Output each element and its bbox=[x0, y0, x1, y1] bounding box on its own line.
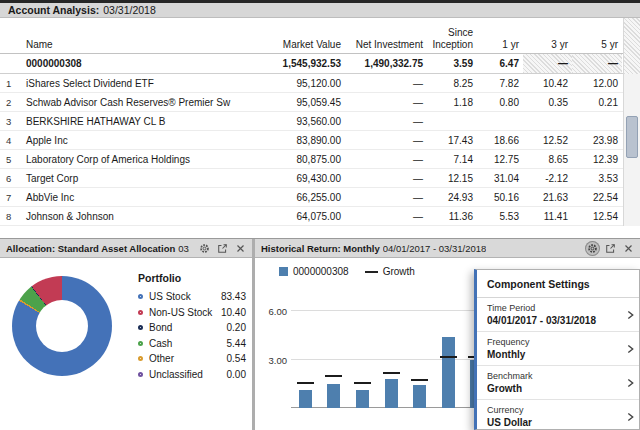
allocation-popout-icon[interactable] bbox=[215, 241, 230, 256]
return-3yr: 0.35 bbox=[523, 97, 572, 108]
legend-items: US Stock 83.43 Non-US Stock 10.40 Bond 0… bbox=[138, 289, 246, 382]
return-bar[interactable] bbox=[356, 390, 369, 408]
settings-item[interactable]: Currency US Dollar bbox=[477, 400, 639, 430]
col-header-since-inception[interactable]: Since Inception bbox=[427, 27, 477, 50]
table-row[interactable]: 6 Target Corp 69,430.00 — 12.15 31.04 -2… bbox=[0, 169, 640, 188]
row-number: 3 bbox=[0, 116, 22, 127]
row-number: 4 bbox=[0, 135, 22, 146]
legend-item-growth: Growth bbox=[365, 266, 415, 277]
row-number: 7 bbox=[0, 192, 22, 203]
legend-ring-swatch bbox=[138, 341, 143, 346]
market-value: 95,059.45 bbox=[250, 97, 345, 108]
return-bar[interactable] bbox=[385, 379, 398, 408]
return-5yr: 23.98 bbox=[572, 135, 622, 146]
holding-name: Apple Inc bbox=[22, 135, 250, 146]
popup-title: Component Settings bbox=[477, 270, 639, 298]
total-market-value: 1,545,932.53 bbox=[250, 58, 345, 69]
total-account-id: 0000000308 bbox=[22, 58, 250, 69]
page-title-date: 03/31/2018 bbox=[103, 4, 156, 16]
allocation-close-icon[interactable] bbox=[233, 241, 248, 256]
settings-item-value: Monthly bbox=[487, 349, 621, 360]
legend-title: Portfolio bbox=[138, 272, 246, 284]
legend-ring-swatch bbox=[138, 356, 143, 361]
legend-label: Unclassified bbox=[149, 369, 221, 380]
since-inception-return: 24.93 bbox=[427, 192, 477, 203]
settings-item-label: Frequency bbox=[487, 337, 621, 347]
settings-item-value: Growth bbox=[487, 383, 621, 394]
return-3yr: 8.65 bbox=[523, 154, 572, 165]
row-number: 2 bbox=[0, 97, 22, 108]
table-row[interactable]: 4 Apple Inc 83,890.00 — 17.43 18.66 12.5… bbox=[0, 131, 640, 150]
market-value: 80,875.00 bbox=[250, 154, 345, 165]
scrollbar-thumb[interactable] bbox=[626, 116, 638, 158]
chevron-right-icon bbox=[627, 408, 634, 426]
col-header-name[interactable]: Name bbox=[22, 39, 250, 50]
total-net-investment: 1,490,332.75 bbox=[345, 58, 427, 69]
return-bar[interactable] bbox=[442, 337, 455, 408]
settings-item-label: Currency bbox=[487, 405, 621, 415]
col-header-5yr[interactable]: 5 yr bbox=[572, 39, 622, 50]
historical-close-icon[interactable] bbox=[621, 241, 636, 256]
historical-settings-gear-icon[interactable] bbox=[585, 241, 600, 256]
since-inception-return: 8.25 bbox=[427, 78, 477, 89]
net-investment: — bbox=[345, 192, 427, 203]
total-row[interactable]: 0000000308 1,545,932.53 1,490,332.75 3.5… bbox=[0, 54, 640, 74]
settings-item-value: 04/01/2017 - 03/31/2018 bbox=[487, 315, 621, 326]
since-inception-return: 1.18 bbox=[427, 97, 477, 108]
net-investment: — bbox=[345, 154, 427, 165]
return-1yr: 5.53 bbox=[477, 211, 523, 222]
return-bar[interactable] bbox=[299, 390, 312, 408]
return-1yr: 50.16 bbox=[477, 192, 523, 203]
allocation-donut-chart[interactable] bbox=[12, 276, 112, 376]
since-inception-return: 17.43 bbox=[427, 135, 477, 146]
scrollbar-track[interactable] bbox=[624, 74, 640, 226]
return-3yr: 12.52 bbox=[523, 135, 572, 146]
col-header-market-value[interactable]: Market Value bbox=[250, 39, 345, 50]
table-body: 1 iShares Select Dividend ETF 95,120.00 … bbox=[0, 74, 640, 226]
table-row[interactable]: 3 BERKSHIRE HATHAWAY CL B 93,560.00 — bbox=[0, 112, 640, 131]
legend-value: 0.54 bbox=[227, 353, 246, 364]
holdings-table: Name Market Value Net Investment Since I… bbox=[0, 18, 640, 226]
return-5yr: 12.00 bbox=[572, 78, 622, 89]
account-analysis-titlebar: Account Analysis: 03/31/2018 bbox=[0, 0, 640, 18]
table-row[interactable]: 7 AbbVie Inc 66,255.00 — 24.93 50.16 21.… bbox=[0, 188, 640, 207]
settings-item[interactable]: Benchmark Growth bbox=[477, 366, 639, 400]
holding-name: Laboratory Corp of America Holdings bbox=[22, 154, 250, 165]
row-number: 1 bbox=[0, 78, 22, 89]
return-3yr: 21.63 bbox=[523, 192, 572, 203]
settings-item-value: US Dollar bbox=[487, 417, 621, 428]
return-bar[interactable] bbox=[413, 385, 426, 408]
market-value: 95,120.00 bbox=[250, 78, 345, 89]
legend-label: Other bbox=[149, 353, 221, 364]
settings-item[interactable]: Time Period 04/01/2017 - 03/31/2018 bbox=[477, 298, 639, 332]
row-number: 8 bbox=[0, 211, 22, 222]
table-row[interactable]: 2 Schwab Advisor Cash Reserves® Premier … bbox=[0, 93, 640, 112]
total-5yr: — bbox=[572, 54, 622, 73]
allocation-panel-header: Allocation: Standard Asset Allocation 03… bbox=[0, 239, 252, 258]
return-5yr: 22.54 bbox=[572, 192, 622, 203]
table-row[interactable]: 1 iShares Select Dividend ETF 95,120.00 … bbox=[0, 74, 640, 93]
legend-ring-swatch bbox=[138, 294, 143, 299]
chevron-right-icon bbox=[627, 340, 634, 358]
historical-return-panel: Historical Return: Monthly 04/01/2017 - … bbox=[255, 239, 640, 430]
table-row[interactable]: 8 Johnson & Johnson 64,075.00 — 11.36 5.… bbox=[0, 207, 640, 226]
col-header-3yr[interactable]: 3 yr bbox=[523, 39, 572, 50]
allocation-legend-item: Non-US Stock 10.40 bbox=[138, 305, 246, 321]
col-header-net-investment[interactable]: Net Investment bbox=[345, 39, 427, 50]
return-5yr: 12.39 bbox=[572, 154, 622, 165]
allocation-settings-gear-icon[interactable] bbox=[197, 241, 212, 256]
popup-items: Time Period 04/01/2017 - 03/31/2018 Freq… bbox=[477, 298, 639, 430]
historical-popout-icon[interactable] bbox=[603, 241, 618, 256]
net-investment: — bbox=[345, 135, 427, 146]
component-settings-popup: Component Settings Time Period 04/01/201… bbox=[474, 269, 640, 430]
settings-item[interactable]: Frequency Monthly bbox=[477, 332, 639, 366]
return-bar[interactable] bbox=[327, 384, 340, 408]
allocation-panel-title: Allocation: Standard Asset Allocation bbox=[6, 243, 175, 254]
legend-value: 5.44 bbox=[227, 338, 246, 349]
holding-name: Target Corp bbox=[22, 173, 250, 184]
table-header-row: Name Market Value Net Investment Since I… bbox=[0, 18, 640, 54]
table-row[interactable]: 5 Laboratory Corp of America Holdings 80… bbox=[0, 150, 640, 169]
col-header-1yr[interactable]: 1 yr bbox=[477, 39, 523, 50]
y-axis-label: 3.00 bbox=[257, 354, 287, 365]
return-3yr: 10.42 bbox=[523, 78, 572, 89]
